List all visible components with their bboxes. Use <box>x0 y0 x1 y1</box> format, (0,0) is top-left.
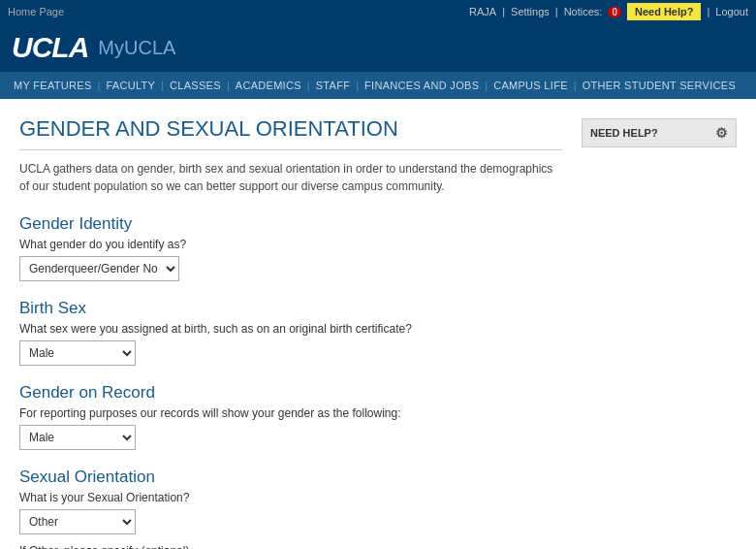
gender-identity-heading: Gender Identity <box>19 214 562 234</box>
nav-item-campus-life[interactable]: CAMPUS LIFE <box>488 72 574 99</box>
need-help-box[interactable]: NEED HELP? ⚙ <box>582 118 737 147</box>
nav-item-faculty[interactable]: FACULTY <box>100 72 161 99</box>
page-title: GENDER AND SEXUAL ORIENTATION <box>19 116 562 150</box>
sexual-orientation-label: What is your Sexual Orientation? <box>19 491 562 504</box>
birth-sex-select[interactable]: Male Female Intersex Prefer Not to Answe… <box>19 340 136 366</box>
sexual-orientation-heading: Sexual Orientation <box>19 468 562 487</box>
gear-icon: ⚙ <box>715 125 728 141</box>
birth-sex-section: Birth Sex What sex were you assigned at … <box>19 299 562 366</box>
birth-sex-label: What sex were you assigned at birth, suc… <box>19 322 562 336</box>
ucla-logo: UCLA <box>12 31 88 64</box>
need-help-button[interactable]: Need Help? <box>627 3 702 20</box>
notices-count: 0 <box>608 7 621 17</box>
nav-item-academics[interactable]: ACADEMICS <box>230 72 307 99</box>
gender-on-record-label: For reporting purposes our records will … <box>19 406 562 420</box>
gender-identity-label: What gender do you identify as? <box>19 238 562 251</box>
user-link[interactable]: RAJA <box>469 6 496 17</box>
nav-item-classes[interactable]: CLASSES <box>164 72 227 99</box>
main-content: GENDER AND SEXUAL ORIENTATION UCLA gathe… <box>0 99 756 549</box>
nav-item-finances-and-jobs[interactable]: FINANCES AND JOBS <box>359 72 485 99</box>
gender-identity-select[interactable]: Genderqueer/Gender Non-Conf ▾ Male Femal… <box>19 256 179 281</box>
form-content: GENDER AND SEXUAL ORIENTATION UCLA gathe… <box>19 116 562 549</box>
sidebar: NEED HELP? ⚙ <box>582 116 737 549</box>
nav-bar: MY FEATURES|FACULTY|CLASSES|ACADEMICS|ST… <box>0 72 756 99</box>
sexual-orientation-select[interactable]: Other Heterosexual/Straight Gay or Lesbi… <box>19 509 136 534</box>
gender-on-record-section: Gender on Record For reporting purposes … <box>19 383 562 450</box>
intro-text: UCLA gathers data on gender, birth sex a… <box>19 160 562 195</box>
sexual-orientation-section: Sexual Orientation What is your Sexual O… <box>19 468 562 549</box>
gender-identity-section: Gender Identity What gender do you ident… <box>19 214 562 281</box>
gender-on-record-select[interactable]: Male Female Non-Binary <box>19 425 136 450</box>
gender-on-record-heading: Gender on Record <box>19 383 562 403</box>
nav-item-other-student-services[interactable]: OTHER STUDENT SERVICES <box>577 72 741 99</box>
home-link[interactable]: Home Page <box>8 6 64 17</box>
nav-item-my-features[interactable]: MY FEATURES <box>8 72 98 99</box>
logout-link[interactable]: Logout <box>715 6 748 17</box>
header: UCLA MyUCLA <box>0 23 756 72</box>
birth-sex-heading: Birth Sex <box>19 299 562 318</box>
top-bar-right: RAJA | Settings | Notices: 0 Need Help? … <box>469 3 748 20</box>
settings-link[interactable]: Settings <box>511 6 550 17</box>
need-help-text: NEED HELP? <box>590 127 658 139</box>
notices-label: Notices: <box>564 6 603 17</box>
top-bar: Home Page RAJA | Settings | Notices: 0 N… <box>0 0 756 23</box>
other-specify-label: If Other, please specify (optional) <box>19 544 562 549</box>
app-name: MyUCLA <box>98 37 175 59</box>
nav-item-staff[interactable]: STAFF <box>310 72 357 99</box>
